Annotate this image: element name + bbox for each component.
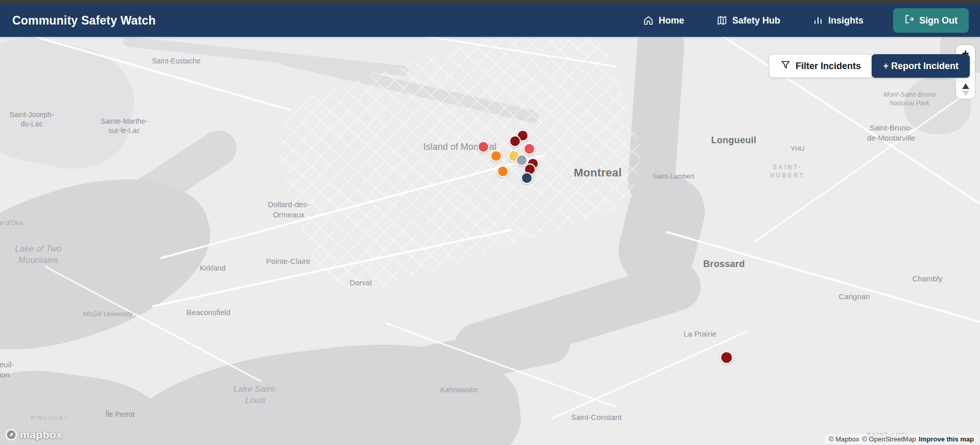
map-label: Pointe-Claire [266,256,311,266]
sign-out-icon [904,14,914,27]
map-label: Saint-Eustache [152,56,201,65]
map-label: Chambly [912,274,942,284]
map-label: Île Perrot [106,410,135,419]
bar-chart-icon [813,15,823,26]
app-title: Community Safety Watch [12,14,156,28]
main-nav: Home Safety Hub Insights Sign Out [643,8,969,33]
map-label: Brossard [703,258,744,271]
incident-marker-red[interactable] [478,141,489,153]
nav-label-insights: Insights [828,15,864,26]
compass-button[interactable] [956,81,975,99]
map-label: McGill University [83,309,133,318]
map-label: Saint-Constant [571,412,621,422]
mapbox-attribution-link[interactable]: © Mapbox [829,435,859,443]
map-label: reuil- rion [0,360,14,380]
incident-marker-orange[interactable] [491,150,502,162]
map-label: nal d'Oka [0,218,23,227]
app-header: Community Safety Watch Home Safety Hub I… [0,4,980,37]
mapbox-icon [5,429,17,441]
map-label: Carignan [839,292,870,302]
map-label: Saint-Lambert [652,172,694,181]
nav-label-safety-hub: Safety Hub [732,15,780,26]
sign-out-label: Sign Out [919,15,958,26]
mapbox-wordmark: mapbox [20,429,63,441]
funnel-icon [781,60,790,72]
road-line [551,331,748,420]
mapbox-logo[interactable]: mapbox [5,429,63,441]
home-icon [643,15,654,26]
map-label: Sainte-Marthe- sur-le-Lac [101,117,148,136]
compass-icon [962,83,969,96]
map-label: Longueuil [711,135,757,147]
filter-incidents-button[interactable]: Filter Incidents [769,54,873,78]
map-label: Lake of Two Mountains [15,243,61,266]
map-label: YHU [790,144,804,153]
terrain-shape [0,37,144,181]
sign-out-button[interactable]: Sign Out [893,8,969,33]
report-incident-label: + Report Incident [883,61,959,72]
map-label: Dorval [349,278,371,288]
filter-incidents-label: Filter Incidents [796,61,861,72]
map-label: Montreal [574,165,622,180]
map-label: Saint-Joseph- du-Lac [10,110,54,129]
incident-marker-navy[interactable] [521,172,533,184]
map-icon [717,15,727,26]
map-label: La Prairie [684,329,716,339]
osm-attribution-link[interactable]: © OpenStreetMap [862,435,916,443]
nav-item-insights[interactable]: Insights [813,15,864,26]
map-label: PINCOURT [31,414,68,422]
incident-map[interactable]: Saint-EustacheSaint-Joseph- du-LacSainte… [0,37,980,445]
map-attribution: © Mapbox © OpenStreetMap Improve this ma… [825,434,978,444]
map-label: SAINT- HUBERT [770,164,805,180]
map-label: Lake Saint- Louis [234,384,277,407]
nav-item-home[interactable]: Home [643,15,684,26]
map-label: Kahnawake [440,385,477,394]
map-label: Saint-Bruno- de-Montarville [867,123,915,143]
report-incident-button[interactable]: + Report Incident [872,54,970,78]
incident-marker-darkred[interactable] [509,136,521,147]
window-chrome-strip [0,0,980,4]
incident-marker-darkred[interactable] [720,351,733,364]
map-label: Dollard-des- Ormeaux [268,199,310,220]
nav-label-home: Home [659,15,684,26]
map-label: Kirkland [200,263,226,273]
nav-item-safety-hub[interactable]: Safety Hub [717,15,780,26]
incident-marker-red[interactable] [524,143,535,155]
map-label: Beaconsfield [186,307,230,318]
improve-map-link[interactable]: Improve this map [919,435,974,443]
incident-marker-orange[interactable] [497,166,509,177]
map-label: Mont-Saint-Bruno National Park [883,90,936,107]
